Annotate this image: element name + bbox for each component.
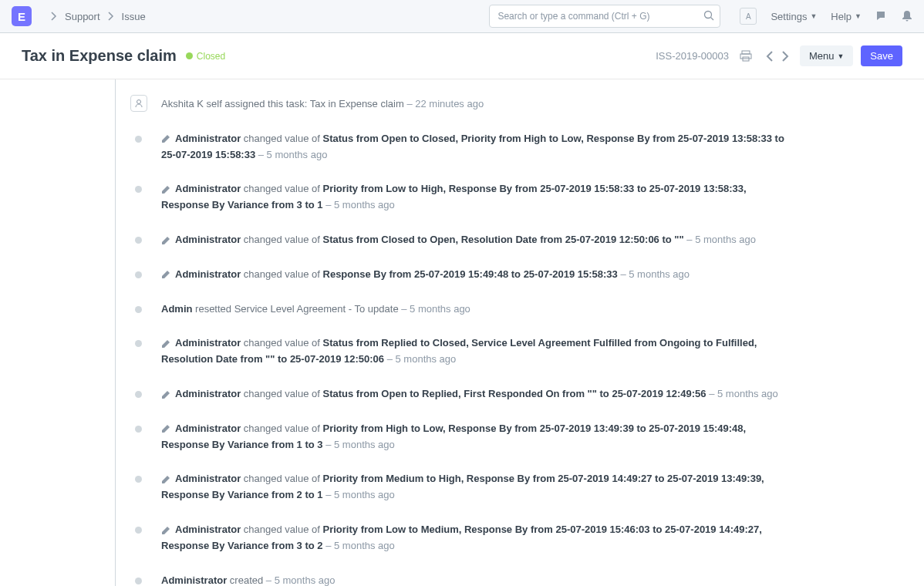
- timeline-change: Status from Closed to Open, Resolution D…: [323, 234, 684, 245]
- timeline-time: – 5 months ago: [620, 268, 690, 280]
- timeline-item: Administrator changed value of Status fr…: [138, 122, 786, 173]
- status-badge: Closed: [186, 51, 225, 62]
- page-header: Tax in Expense claim Closed ISS-2019-000…: [0, 33, 924, 79]
- timeline-time: – 5 months ago: [325, 540, 395, 551]
- timeline-user: Administrator: [175, 337, 241, 349]
- menu-button[interactable]: Menu▼: [800, 45, 853, 66]
- page-title: Tax in Expense claim: [22, 47, 177, 65]
- timeline-action: changed value of: [244, 133, 320, 144]
- edit-icon: [161, 475, 170, 484]
- svg-rect-2: [742, 51, 750, 54]
- breadcrumb-issue[interactable]: Issue: [122, 11, 146, 22]
- svg-point-0: [705, 12, 712, 19]
- search-icon[interactable]: [703, 10, 714, 21]
- timeline-dot-icon: [135, 578, 142, 584]
- timeline-time: – 5 months ago: [325, 199, 395, 210]
- chat-icon[interactable]: [875, 10, 888, 22]
- next-icon[interactable]: [778, 48, 792, 65]
- prev-icon[interactable]: [763, 48, 777, 65]
- save-button[interactable]: Save: [861, 45, 902, 66]
- timeline-dot-icon: [135, 426, 142, 433]
- timeline-line: [115, 79, 116, 586]
- edit-icon: [161, 339, 170, 349]
- timeline-time: – 5 months ago: [387, 353, 457, 365]
- timeline-time: – 22 minutes ago: [406, 98, 484, 109]
- timeline-user: Administrator: [175, 268, 241, 280]
- timeline-text: Akshita K self assigned this task: Tax i…: [161, 98, 404, 109]
- edit-icon: [161, 236, 170, 245]
- timeline-dot-icon: [135, 136, 142, 143]
- edit-icon: [161, 390, 170, 399]
- timeline-user: Administrator: [175, 183, 241, 194]
- timeline-user: Administrator: [175, 388, 241, 399]
- timeline-text: resetted Service Level Agreement - To up…: [195, 303, 399, 315]
- assign-icon: [130, 95, 147, 112]
- timeline-item: Administrator changed value of Priority …: [138, 462, 786, 513]
- timeline-text: created: [230, 574, 263, 586]
- edit-icon: [161, 526, 170, 535]
- timeline-time: – 5 months ago: [401, 303, 470, 315]
- bell-icon[interactable]: [902, 10, 912, 22]
- timeline-action: changed value of: [244, 524, 320, 535]
- page-actions: ISS-2019-00003 Menu▼ Save: [656, 45, 902, 66]
- timeline-dot-icon: [135, 340, 142, 347]
- svg-rect-3: [740, 54, 751, 59]
- document-id: ISS-2019-00003: [656, 50, 729, 62]
- chevron-right-icon: [51, 12, 57, 21]
- svg-line-1: [711, 18, 714, 21]
- edit-icon: [161, 134, 170, 143]
- timeline-user: Administrator: [175, 234, 241, 245]
- timeline-action: changed value of: [244, 268, 320, 280]
- timeline-user: Administrator: [161, 574, 227, 586]
- timeline-dot-icon: [135, 306, 142, 313]
- timeline-action: changed value of: [244, 388, 320, 399]
- nav-right: A Settings▼ Help▼: [740, 8, 912, 25]
- timeline-dot-icon: [135, 186, 142, 193]
- timeline-time: – 5 months ago: [325, 489, 395, 500]
- timeline-time: – 5 months ago: [266, 574, 336, 586]
- help-menu[interactable]: Help▼: [831, 11, 862, 22]
- timeline: Akshita K self assigned this task: Tax i…: [115, 79, 809, 586]
- timeline-item: Administrator created – 5 months ago: [138, 564, 786, 586]
- timeline-action: changed value of: [244, 337, 320, 349]
- breadcrumb-support[interactable]: Support: [65, 11, 100, 22]
- timeline-user: Administrator: [175, 524, 241, 535]
- timeline-item: Akshita K self assigned this task: Tax i…: [138, 87, 786, 122]
- caret-down-icon: ▼: [837, 52, 844, 60]
- timeline-user: Administrator: [175, 423, 241, 434]
- timeline-dot-icon: [135, 527, 142, 534]
- timeline-item: Administrator changed value of Response …: [138, 258, 786, 292]
- timeline-time: – 5 months ago: [686, 234, 756, 245]
- navbar: E Support Issue A Settings▼ Help▼: [0, 0, 924, 33]
- search-box: [489, 5, 720, 28]
- timeline-change: Response By from 25-07-2019 15:49:48 to …: [323, 268, 618, 280]
- timeline-user: Administrator: [175, 133, 241, 144]
- breadcrumb: Support Issue: [43, 11, 146, 22]
- search-input[interactable]: [489, 5, 720, 28]
- edit-icon: [161, 185, 170, 194]
- caret-down-icon: ▼: [855, 12, 862, 20]
- timeline-item: Administrator changed value of Priority …: [138, 513, 786, 564]
- app-logo[interactable]: E: [12, 6, 32, 26]
- settings-menu[interactable]: Settings▼: [771, 11, 817, 22]
- edit-icon: [161, 270, 170, 279]
- status-dot-icon: [186, 52, 193, 59]
- timeline-dot-icon: [135, 237, 142, 244]
- timeline-action: changed value of: [244, 423, 320, 434]
- timeline-action: changed value of: [244, 473, 320, 484]
- print-icon[interactable]: [737, 47, 755, 66]
- user-avatar[interactable]: A: [740, 8, 757, 25]
- svg-point-5: [137, 100, 141, 104]
- timeline-time: – 5 months ago: [258, 149, 328, 160]
- timeline-dot-icon: [135, 476, 142, 483]
- timeline-item: Administrator changed value of Status fr…: [138, 326, 786, 377]
- timeline-item: Administrator changed value of Priority …: [138, 412, 786, 463]
- timeline-time: – 5 months ago: [325, 439, 395, 450]
- timeline-time: – 5 months ago: [709, 388, 778, 399]
- timeline-dot-icon: [135, 271, 142, 278]
- timeline-change: Status from Open to Replied, First Respo…: [323, 388, 706, 399]
- timeline-action: changed value of: [244, 234, 320, 245]
- timeline-user: Administrator: [175, 473, 241, 484]
- timeline-item: Admin resetted Service Level Agreement -…: [138, 292, 786, 327]
- timeline-dot-icon: [135, 391, 142, 398]
